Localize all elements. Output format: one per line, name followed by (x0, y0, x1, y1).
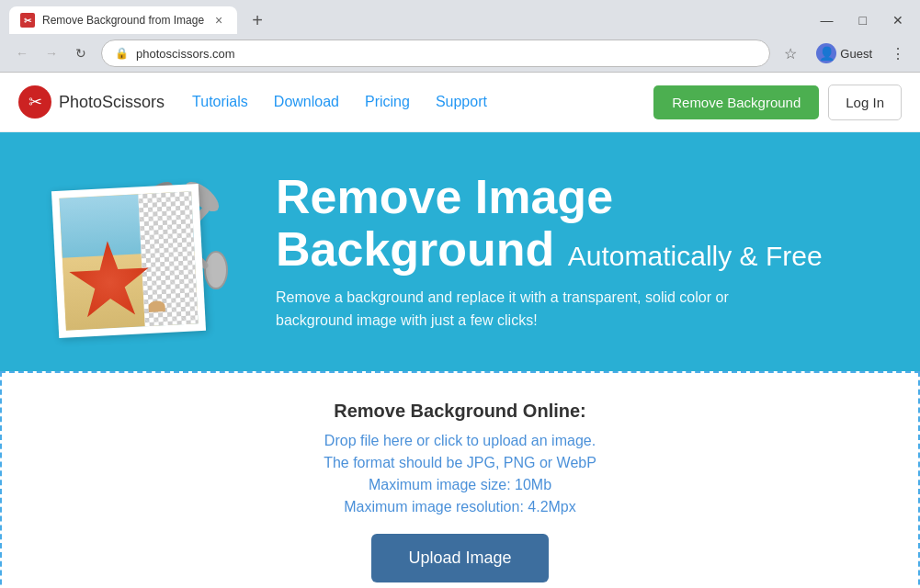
logo-icon: ✂ (18, 85, 51, 119)
hero-section: Remove Image Background Automatically & … (0, 132, 920, 371)
profile-avatar: 👤 (816, 43, 836, 63)
login-button[interactable]: Log In (828, 85, 902, 120)
maximize-button[interactable]: □ (852, 9, 874, 31)
lock-icon: 🔒 (115, 47, 129, 60)
upload-section: Remove Background Online: Drop file here… (0, 371, 920, 588)
remove-background-button[interactable]: Remove Background (653, 85, 819, 119)
logo[interactable]: ✂ PhotoScissors (18, 85, 165, 119)
refresh-button[interactable]: ↻ (68, 40, 94, 66)
profile-button[interactable]: 👤 Guest (809, 40, 880, 66)
hero-title: Remove Image Background Automatically & … (276, 171, 883, 276)
menu-icon[interactable]: ⋮ (885, 40, 911, 66)
upload-max-resolution: Maximum image resolution: 4.2Mpx (20, 499, 900, 515)
upload-hint: Drop file here or click to upload an ima… (20, 433, 900, 449)
tab-title: Remove Background from Image (42, 14, 204, 27)
hero-title-auto: Automatically & Free (568, 241, 823, 271)
site-navigation: ✂ PhotoScissors Tutorials Download Prici… (0, 73, 920, 132)
upload-format: The format should be JPG, PNG or WebP (20, 455, 900, 471)
back-button[interactable]: ← (9, 40, 35, 66)
hero-illustration (37, 160, 248, 344)
minimize-button[interactable]: — (813, 9, 841, 31)
address-bar[interactable]: 🔒 photoscissors.com (101, 40, 770, 67)
close-button[interactable]: ✕ (885, 9, 911, 31)
hero-description: Remove a background and replace it with … (276, 286, 809, 333)
upload-max-size: Maximum image size: 10Mb (20, 477, 900, 493)
nav-pricing[interactable]: Pricing (365, 94, 410, 110)
bookmark-icon[interactable]: ☆ (778, 40, 803, 66)
forward-button[interactable]: → (39, 40, 64, 66)
tab-close-btn[interactable]: × (211, 13, 226, 28)
upload-image-button[interactable]: Upload Image (371, 534, 548, 582)
logo-text: PhotoScissors (59, 93, 165, 112)
profile-name: Guest (840, 47, 872, 61)
browser-tab[interactable]: ✂ Remove Background from Image × (9, 6, 237, 34)
nav-support[interactable]: Support (436, 94, 487, 110)
photo-card (51, 184, 206, 338)
nav-tutorials[interactable]: Tutorials (192, 94, 248, 110)
svg-text:✂: ✂ (28, 93, 42, 111)
upload-title: Remove Background Online: (20, 401, 900, 422)
nav-download[interactable]: Download (274, 94, 339, 110)
nav-actions: Remove Background Log In (653, 85, 902, 120)
nav-links: Tutorials Download Pricing Support (192, 94, 653, 110)
tab-favicon: ✂ (20, 13, 35, 28)
svg-point-5 (205, 252, 227, 288)
hero-content: Remove Image Background Automatically & … (276, 171, 883, 333)
new-tab-button[interactable]: + (244, 7, 270, 33)
url-text: photoscissors.com (136, 47, 235, 61)
